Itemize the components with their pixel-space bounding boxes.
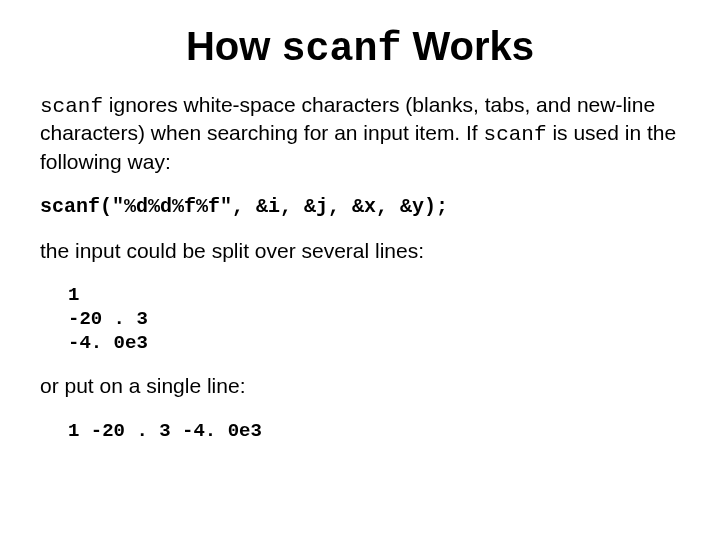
scanf-call-code: scanf("%d%d%f%f", &i, &j, &x, &y); [40, 195, 680, 218]
title-code: scanf [281, 27, 401, 72]
split-lines-paragraph: the input could be split over several li… [40, 238, 680, 264]
scanf-keyword: scanf [40, 95, 103, 118]
slide-title: How scanf Works [40, 24, 680, 72]
title-text-2: Works [401, 24, 534, 68]
single-line-paragraph: or put on a single line: [40, 373, 680, 399]
intro-paragraph: scanf ignores white-space characters (bl… [40, 92, 680, 175]
slide: How scanf Works scanf ignores white-spac… [0, 0, 720, 540]
title-text-1: How [186, 24, 282, 68]
single-line-input-example: 1 -20 . 3 -4. 0e3 [68, 420, 680, 444]
scanf-keyword: scanf [484, 123, 547, 146]
multiline-input-example: 1 -20 . 3 -4. 0e3 [68, 284, 680, 355]
